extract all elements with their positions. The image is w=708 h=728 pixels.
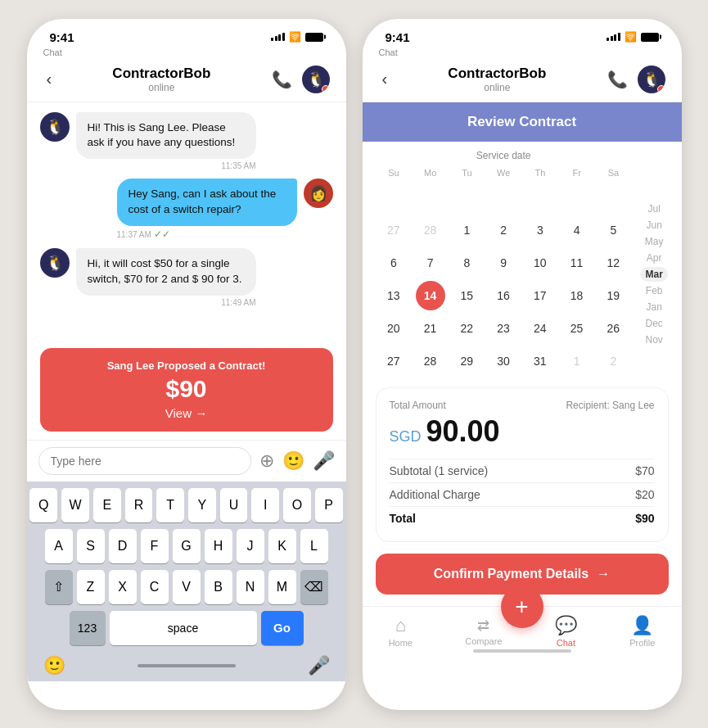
cal-cell-12[interactable]: 12 xyxy=(598,248,628,278)
key-z[interactable]: Z xyxy=(77,570,105,604)
cal-cell-3[interactable]: 3 xyxy=(525,215,555,245)
add-icon-button[interactable]: ⊕ xyxy=(259,450,274,472)
cal-cell[interactable] xyxy=(525,183,555,212)
key-h[interactable]: H xyxy=(205,529,232,563)
cal-cell-25[interactable]: 25 xyxy=(562,314,592,343)
nav-fab-button[interactable]: + xyxy=(501,586,543,628)
key-p[interactable]: P xyxy=(315,488,343,522)
cal-cell-26[interactable]: 26 xyxy=(598,314,628,343)
cal-cell-27[interactable]: 27 xyxy=(379,215,408,245)
key-w[interactable]: W xyxy=(61,488,89,522)
cal-cell[interactable] xyxy=(379,183,408,212)
cal-cell-28b[interactable]: 28 xyxy=(416,346,445,376)
nav-home[interactable]: ⌂ Home xyxy=(379,612,422,651)
cal-cell-24[interactable]: 24 xyxy=(525,314,555,343)
key-shift[interactable]: ⇧ xyxy=(45,570,73,604)
month-jul[interactable]: Jul xyxy=(643,201,665,216)
month-dec[interactable]: Dec xyxy=(640,316,667,331)
contract-view-button[interactable]: View → xyxy=(56,406,317,420)
cal-cell-17[interactable]: 17 xyxy=(525,281,555,310)
key-k[interactable]: K xyxy=(268,529,296,563)
key-o[interactable]: O xyxy=(283,488,311,522)
cal-cell-8[interactable]: 8 xyxy=(452,248,481,278)
cal-cell-5[interactable]: 5 xyxy=(598,215,628,245)
emoji-icon-button[interactable]: 🙂 xyxy=(282,450,304,472)
cal-cell-29[interactable]: 29 xyxy=(452,346,481,376)
key-b[interactable]: B xyxy=(205,570,232,604)
key-t[interactable]: T xyxy=(156,488,184,522)
key-x[interactable]: X xyxy=(109,570,137,604)
phone-button-right[interactable]: 📞 xyxy=(604,66,631,93)
cal-cell-9[interactable]: 9 xyxy=(489,248,518,278)
month-jun[interactable]: Jun xyxy=(641,218,666,233)
key-a[interactable]: A xyxy=(45,529,73,563)
cal-cell-1[interactable]: 1 xyxy=(452,215,481,245)
key-go[interactable]: Go xyxy=(261,611,304,645)
keyboard-mic-btn[interactable]: 🎤 xyxy=(308,655,330,676)
key-v[interactable]: V xyxy=(173,570,201,604)
cal-cell[interactable] xyxy=(489,183,518,212)
key-f[interactable]: F xyxy=(141,529,169,563)
nav-profile[interactable]: 👤 Profile xyxy=(620,612,665,651)
back-button-right[interactable]: ‹ xyxy=(379,66,391,92)
cal-cell-22[interactable]: 22 xyxy=(452,314,481,343)
key-j[interactable]: J xyxy=(237,529,264,563)
chat-input[interactable] xyxy=(38,447,251,475)
key-d[interactable]: D xyxy=(109,529,137,563)
cal-cell-19[interactable]: 19 xyxy=(598,281,628,310)
chat-header-center-right: ContractorBob online xyxy=(448,66,546,93)
cal-cell-10[interactable]: 10 xyxy=(525,248,555,278)
cal-cell-7[interactable]: 7 xyxy=(416,248,445,278)
cal-cell-20[interactable]: 20 xyxy=(379,314,408,343)
nav-chat[interactable]: 💬 Chat xyxy=(545,612,587,651)
back-button-left[interactable]: ‹ xyxy=(43,66,56,92)
key-c[interactable]: C xyxy=(141,570,169,604)
cal-cell-21[interactable]: 21 xyxy=(416,314,445,343)
phone-button-left[interactable]: 📞 xyxy=(268,66,295,93)
month-jan[interactable]: Jan xyxy=(641,300,666,314)
cal-cell-13[interactable]: 13 xyxy=(379,281,408,310)
avatar-left[interactable]: 🐧 xyxy=(302,66,330,93)
key-m[interactable]: M xyxy=(268,570,296,604)
key-l[interactable]: L xyxy=(300,529,328,563)
cal-cell[interactable] xyxy=(562,183,592,212)
key-backspace[interactable]: ⌫ xyxy=(300,570,328,604)
cal-cell-16[interactable]: 16 xyxy=(489,281,518,310)
mic-icon-button[interactable]: 🎤 xyxy=(313,450,335,472)
key-i[interactable]: I xyxy=(251,488,279,522)
key-space[interactable]: space xyxy=(110,611,257,645)
month-nov[interactable]: Nov xyxy=(640,332,667,347)
key-s[interactable]: S xyxy=(77,529,105,563)
key-g[interactable]: G xyxy=(173,529,201,563)
cal-cell-14[interactable]: 14 xyxy=(416,281,445,310)
cal-cell[interactable] xyxy=(598,183,628,212)
month-may[interactable]: May xyxy=(640,234,669,249)
cal-cell-18[interactable]: 18 xyxy=(562,281,592,310)
cal-cell[interactable] xyxy=(416,183,445,212)
cal-cell-23[interactable]: 23 xyxy=(489,314,518,343)
key-123[interactable]: 123 xyxy=(70,611,106,645)
key-n[interactable]: N xyxy=(237,570,264,604)
cal-cell-11[interactable]: 11 xyxy=(562,248,592,278)
key-r[interactable]: R xyxy=(125,488,153,522)
cal-cell-2b[interactable]: 2 xyxy=(598,346,628,376)
cal-cell-4[interactable]: 4 xyxy=(562,215,592,245)
cal-cell-27b[interactable]: 27 xyxy=(379,346,408,376)
cal-cell[interactable] xyxy=(452,183,481,212)
cal-cell-2[interactable]: 2 xyxy=(489,215,518,245)
cal-cell-1b[interactable]: 1 xyxy=(562,346,592,376)
cal-cell-6[interactable]: 6 xyxy=(379,248,408,278)
key-u[interactable]: U xyxy=(220,488,248,522)
cal-cell-15[interactable]: 15 xyxy=(452,281,481,310)
month-apr[interactable]: Apr xyxy=(642,251,667,265)
month-mar[interactable]: Mar xyxy=(640,267,667,282)
cal-cell-31[interactable]: 31 xyxy=(525,346,555,376)
key-y[interactable]: Y xyxy=(188,488,216,522)
key-q[interactable]: Q xyxy=(29,488,57,522)
key-e[interactable]: E xyxy=(93,488,121,522)
month-feb[interactable]: Feb xyxy=(641,283,668,298)
keyboard-emoji-btn[interactable]: 🙂 xyxy=(43,655,65,676)
avatar-right[interactable]: 🐧 xyxy=(638,66,665,93)
cal-cell-30[interactable]: 30 xyxy=(489,346,518,376)
cal-cell-28[interactable]: 28 xyxy=(416,215,445,245)
